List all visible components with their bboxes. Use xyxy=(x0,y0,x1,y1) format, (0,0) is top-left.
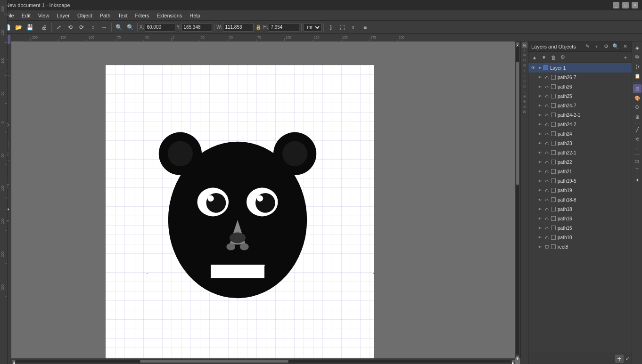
path-eye-icon[interactable]: 👁 xyxy=(537,187,543,193)
xml-editor-btn[interactable]: ⟨⟩ xyxy=(633,62,642,71)
menu-view[interactable]: View xyxy=(34,12,53,19)
h-scrollbar[interactable]: ◂ ▸ xyxy=(11,358,515,364)
zoom-out-btn[interactable]: 🔍 xyxy=(125,22,135,32)
path-eye-icon[interactable]: 👁 xyxy=(537,112,543,118)
list-item[interactable]: 👁 path16 xyxy=(528,214,632,223)
v-scroll-thumb[interactable] xyxy=(516,62,519,185)
menu-path[interactable]: Path xyxy=(96,12,115,19)
layers-edit-button[interactable]: ✎ xyxy=(584,43,591,50)
transform-btn5[interactable]: ↔ xyxy=(99,22,109,32)
align-right-btn[interactable]: ⫾ xyxy=(348,22,359,32)
h-scroll-right[interactable]: ▸ xyxy=(512,360,515,363)
minimize-button[interactable]: _ xyxy=(613,2,619,8)
snap-btn1[interactable]: ⊞ xyxy=(522,53,527,57)
doc-props-btn[interactable]: 📋 xyxy=(633,72,642,80)
path-eye-icon[interactable]: 👁 xyxy=(537,216,543,221)
v-scroll-down[interactable]: ▾ xyxy=(516,356,519,358)
snap-btn8[interactable]: ○ xyxy=(522,89,527,94)
path-eye-icon[interactable]: 👁 xyxy=(537,206,543,212)
align-left-btn[interactable]: ⫿ xyxy=(326,22,336,32)
text-tool-right[interactable]: T xyxy=(633,166,642,175)
align-distribute-btn[interactable]: ⊞ xyxy=(633,113,642,121)
x-input[interactable] xyxy=(145,23,175,32)
path-eye-icon[interactable]: 👁 xyxy=(537,225,543,231)
path-eye-icon[interactable]: 👁 xyxy=(537,121,543,127)
list-item[interactable]: 👁 path23 xyxy=(528,138,632,148)
save-button[interactable]: 💾 xyxy=(25,22,35,32)
path-eye-icon[interactable]: 👁 xyxy=(537,197,543,202)
path-eye-icon[interactable]: 👁 xyxy=(537,93,543,99)
snap-btn5[interactable]: △ xyxy=(522,73,527,78)
zoom-in-btn[interactable]: 🔍 xyxy=(114,22,124,32)
node-edit-right-btn[interactable]: ╱ xyxy=(633,125,642,134)
layers-search-button[interactable]: 🔍 xyxy=(612,43,619,50)
path-eye-icon[interactable]: 👁 xyxy=(537,150,543,155)
y-input[interactable] xyxy=(181,23,212,32)
path-eye-icon[interactable]: 👁 xyxy=(537,159,543,165)
path-effects-btn[interactable]: ⟲ xyxy=(633,135,642,143)
layers-new-layer-button[interactable]: + xyxy=(593,43,601,50)
snap-btn12[interactable]: ⌘ xyxy=(522,110,527,114)
layers-move-down-btn[interactable]: ▼ xyxy=(540,53,548,62)
fill-stroke-btn[interactable]: ◈ xyxy=(633,43,642,52)
snap-btn4[interactable]: + xyxy=(522,68,527,73)
menu-object[interactable]: Object xyxy=(74,12,96,19)
lock-icon[interactable]: 🔒 xyxy=(255,24,262,30)
list-item[interactable]: 👁 path18 xyxy=(528,204,632,214)
layers-gear-btn[interactable]: ⚙ xyxy=(559,53,567,62)
v-scrollbar[interactable]: ▴ ▾ xyxy=(515,41,520,358)
list-item[interactable]: 👁 path10 xyxy=(528,233,632,242)
list-item[interactable]: 👁 path19-5 xyxy=(528,176,632,186)
list-item[interactable]: 👁 path21 xyxy=(528,167,632,176)
close-button[interactable]: ✕ xyxy=(632,2,638,8)
h-scroll-thumb[interactable] xyxy=(140,360,288,363)
layers-close-button[interactable]: ✕ xyxy=(621,43,629,50)
canvas-area[interactable]: ◂ ▸ ▴ ▾ xyxy=(11,41,520,364)
layers-add-btn[interactable]: + xyxy=(621,53,630,62)
list-item[interactable]: 👁 path26 xyxy=(528,82,632,91)
snap-btn7[interactable]: □ xyxy=(522,84,527,89)
open-button[interactable]: 📂 xyxy=(13,22,24,32)
h-input[interactable] xyxy=(269,23,299,32)
path-eye-icon[interactable]: 👁 xyxy=(537,178,543,184)
layer-collapse-icon[interactable]: ▼ xyxy=(538,66,542,70)
list-item[interactable]: 👁 path24 xyxy=(528,129,632,138)
menu-text[interactable]: Text xyxy=(114,12,131,19)
menu-edit[interactable]: Edit xyxy=(18,12,34,19)
list-item[interactable]: 👁 path18-8 xyxy=(528,195,632,204)
transform-btn1[interactable]: ⤢ xyxy=(54,22,64,32)
path-eye-icon[interactable]: 👁 xyxy=(537,103,543,108)
path-eye-icon[interactable]: 👁 xyxy=(537,235,543,240)
v-scroll-up[interactable]: ▴ xyxy=(516,42,519,45)
swatches-btn[interactable]: 🎨 xyxy=(633,94,642,102)
snap-toggle[interactable]: % xyxy=(522,42,527,48)
path-eye-icon[interactable]: 👁 xyxy=(537,131,543,137)
list-item[interactable]: 👁 path22-1 xyxy=(528,148,632,157)
layers-delete-btn[interactable]: 🗑 xyxy=(549,53,558,62)
path-eye-icon[interactable]: 👁 xyxy=(537,140,543,146)
layers-move-up-btn[interactable]: ▲ xyxy=(530,53,539,62)
list-item[interactable]: 👁 path25 xyxy=(528,91,632,101)
maximize-button[interactable]: □ xyxy=(622,2,629,8)
snap-btn2[interactable]: ⊡ xyxy=(522,58,527,63)
transform-btn2[interactable]: ⟲ xyxy=(65,22,75,32)
transform-btn3[interactable]: ⟳ xyxy=(76,22,87,32)
layer-eye-icon[interactable]: 👁 xyxy=(530,65,536,71)
align-center-btn[interactable]: ⬚ xyxy=(337,22,347,32)
list-item[interactable]: 👁 path22 xyxy=(528,157,632,167)
transform-btn4[interactable]: ↕ xyxy=(88,22,98,32)
menu-filters[interactable]: Filters xyxy=(132,12,153,19)
print-button[interactable]: 🖨 xyxy=(39,22,49,32)
path-eye-icon[interactable]: 👁 xyxy=(537,74,543,80)
layers-settings-button[interactable]: ⚙ xyxy=(602,43,610,50)
list-item[interactable]: 👁 path15 xyxy=(528,223,632,233)
list-item[interactable]: 👁 path19 xyxy=(528,186,632,195)
w-input[interactable] xyxy=(223,23,254,32)
snap-btn11[interactable]: ⊘ xyxy=(522,105,527,109)
unit-select[interactable]: mm px cm in xyxy=(304,23,321,32)
list-item[interactable]: 👁 path26-7 xyxy=(528,73,632,82)
list-item[interactable]: 👁 path24-2-1 xyxy=(528,110,632,120)
add-layer-button[interactable]: + xyxy=(615,355,624,363)
path-eye-icon[interactable]: 👁 xyxy=(537,244,543,250)
path-eye-icon[interactable]: 👁 xyxy=(537,169,543,174)
